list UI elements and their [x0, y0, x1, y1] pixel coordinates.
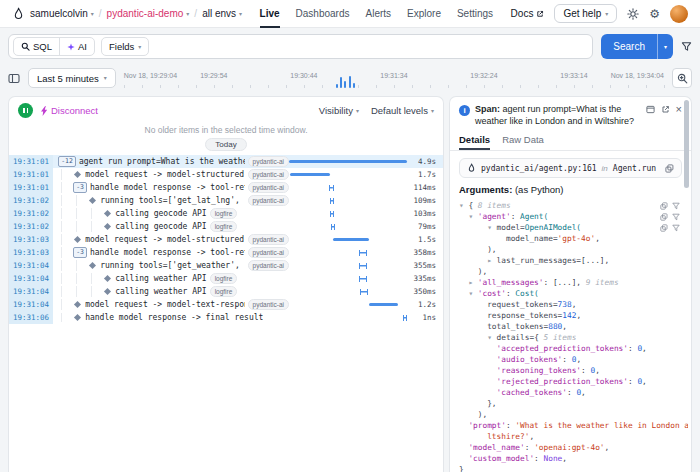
logfire-logo-icon[interactable]	[12, 7, 25, 21]
trace-row-main: running tools=['get_weather', 'get_weath…	[53, 260, 289, 271]
scope-badge: pydantic-ai	[248, 260, 289, 271]
trace-row-main: -3handle model response -> tool-return t…	[53, 182, 289, 193]
trace-row[interactable]: 19:31:06handle model response -> final r…	[9, 311, 443, 324]
trace-row[interactable]: 19:31:04running tools=['get_weather', 'g…	[9, 259, 443, 272]
theme-toggle-sun-icon[interactable]	[627, 8, 639, 20]
search-button-label[interactable]: Search	[601, 34, 657, 59]
tick-mark	[592, 85, 593, 88]
time-range-selector[interactable]: Last 5 minutes ▾	[28, 68, 116, 88]
trace-row[interactable]: 19:31:02calling geocode APIlogfire103ms	[9, 207, 443, 220]
tick-mark	[574, 85, 575, 88]
breadcrumb-separator: /	[194, 8, 197, 19]
trace-timestamp: 19:31:04	[9, 285, 53, 298]
code-line: 'custom_model': None,	[459, 453, 688, 464]
open-new-window-icon[interactable]	[661, 105, 670, 114]
tick-mark	[394, 85, 395, 88]
trace-row-main: model request -> model-text-responsepyda…	[53, 299, 289, 310]
scope-badge: pydantic-ai	[248, 195, 289, 206]
source-location[interactable]: pydantic_ai/agent.py:161 in Agent.run	[459, 158, 682, 178]
search-button[interactable]: Search ▾	[601, 34, 673, 59]
sql-mode-button[interactable]: SQL	[14, 38, 59, 55]
nav-explore[interactable]: Explore	[407, 0, 441, 28]
duration-beam	[403, 315, 407, 321]
tick-mark	[124, 85, 125, 88]
get-help-button[interactable]: Get help ▾	[554, 4, 617, 23]
tick-mark	[448, 85, 449, 88]
trace-row[interactable]: 19:31:04model request -> model-text-resp…	[9, 298, 443, 311]
tab-raw-data[interactable]: Raw Data	[502, 132, 544, 150]
detail-scrollbar[interactable]	[684, 100, 689, 469]
scope-badge: logfire	[210, 208, 238, 219]
trace-row[interactable]: 19:31:01model request -> model-structure…	[9, 168, 443, 181]
copy-icon[interactable]	[660, 224, 668, 232]
search-options-caret[interactable]: ▾	[657, 34, 673, 59]
trace-duration: 114ms	[407, 183, 443, 192]
trace-row-main: model request -> model-structured-respon…	[53, 234, 289, 245]
close-icon[interactable]: ×	[676, 104, 682, 115]
copy-icon[interactable]	[660, 202, 668, 210]
copy-icon[interactable]	[665, 164, 674, 173]
trace-row[interactable]: 19:31:03model request -> model-structure…	[9, 233, 443, 246]
env-name: all envs	[202, 8, 236, 19]
trace-row[interactable]: 19:31:04calling weather APIlogfire350ms	[9, 285, 443, 298]
code-line: 'accepted_prediction_tokens': 0,	[459, 343, 688, 354]
default-levels-dropdown[interactable]: Default levels ▾	[371, 105, 434, 116]
trace-row[interactable]: 19:31:03-3handle model response -> tool-…	[9, 246, 443, 259]
default-levels-label: Default levels	[371, 105, 428, 116]
tick-mark	[502, 85, 503, 88]
filter-icon[interactable]	[672, 213, 680, 221]
scrollbar-thumb[interactable]	[684, 100, 689, 188]
span-detail-panel: i Span: agent run prompt=What is the wea…	[449, 96, 692, 472]
project-selector[interactable]: pydantic-ai-demo ▾	[107, 8, 190, 19]
collapse-toggle[interactable]: -3	[73, 247, 87, 258]
collapse-toggle[interactable]: -12	[58, 156, 76, 167]
zoom-in-icon[interactable]	[672, 68, 692, 88]
nav-dashboards[interactable]: Dashboards	[296, 0, 350, 28]
fields-button[interactable]: Fields ▾	[101, 37, 149, 56]
source-file[interactable]: pydantic_ai/agent.py:161	[481, 164, 597, 173]
arguments-mode: (as Python)	[515, 184, 564, 195]
trace-timestamp: 19:31:04	[9, 259, 53, 272]
pause-button[interactable]	[18, 103, 33, 118]
trace-timestamp: 19:31:04	[9, 272, 53, 285]
tick-mark	[556, 85, 557, 88]
docs-link[interactable]: Docs	[511, 8, 545, 19]
nav-live[interactable]: Live	[260, 0, 280, 28]
env-selector[interactable]: all envs ▾	[202, 8, 242, 19]
search-icon	[21, 42, 30, 51]
timeline-tick-label: 19:29:54	[200, 72, 227, 79]
duration-beam	[331, 224, 335, 230]
copy-icon[interactable]	[660, 213, 668, 221]
filter-icon[interactable]	[672, 224, 680, 232]
live-header: Disconnect Visibility ▾ Default levels ▾	[9, 97, 443, 122]
timeline-tick-label: Nov 18, 19:34:04	[611, 72, 664, 79]
trace-timestamp: 19:31:01	[9, 168, 53, 181]
trace-row[interactable]: 19:31:01-12agent run prompt=What is the …	[9, 155, 443, 168]
nav-alerts[interactable]: Alerts	[365, 0, 391, 28]
trace-row[interactable]: 19:31:04calling weather APIlogfire335ms	[9, 272, 443, 285]
ai-mode-button[interactable]: AI	[59, 38, 94, 55]
collapse-toggle[interactable]: -3	[73, 182, 87, 193]
trace-gantt	[289, 181, 407, 194]
filter-icon[interactable]	[672, 202, 680, 210]
gear-icon[interactable]: ⚙	[649, 8, 660, 20]
org-selector[interactable]: samuelcolvin ▾	[30, 8, 94, 19]
trace-duration: 350ms	[407, 287, 443, 296]
histogram-bar	[349, 76, 351, 88]
visibility-dropdown[interactable]: Visibility ▾	[319, 105, 359, 116]
panel-toggle-icon[interactable]	[8, 73, 20, 84]
dock-panel-icon[interactable]	[646, 105, 655, 114]
nav-settings[interactable]: Settings	[457, 0, 493, 28]
query-input[interactable]: SQL AI Fields ▾	[8, 34, 593, 59]
user-avatar[interactable]	[670, 5, 688, 23]
disconnect-button[interactable]: Disconnect	[40, 105, 98, 116]
filter-funnel-icon[interactable]	[681, 41, 692, 52]
trace-row[interactable]: 19:31:02running tools=['get_lat_lng', 'g…	[9, 194, 443, 207]
trace-row[interactable]: 19:31:01-3handle model response -> tool-…	[9, 181, 443, 194]
trace-gantt	[289, 246, 407, 259]
chevron-down-icon: ▾	[605, 11, 608, 17]
timeline-track[interactable]: Nov 18, 19:29:0419:29:5419:30:4419:31:34…	[124, 66, 664, 90]
trace-row[interactable]: 19:31:02calling geocode APIlogfire79ms	[9, 220, 443, 233]
tick-mark	[196, 85, 197, 88]
tab-details[interactable]: Details	[459, 132, 490, 150]
